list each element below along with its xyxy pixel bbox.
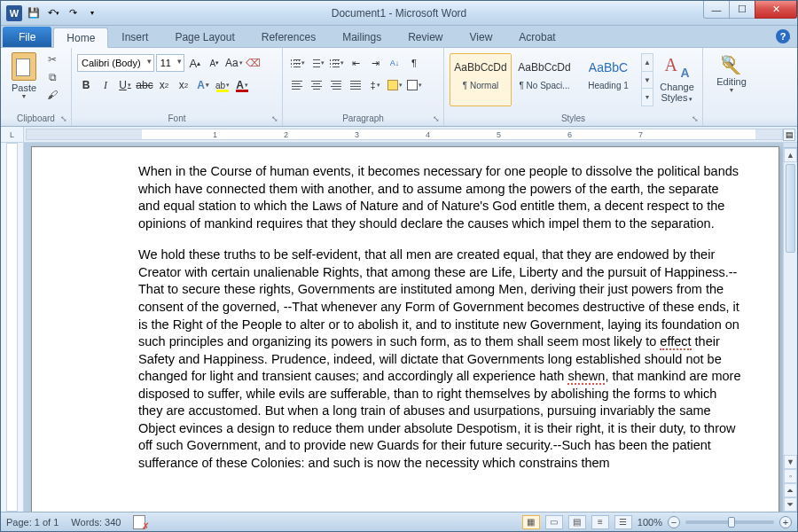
undo-icon[interactable]: ↶▾	[45, 5, 61, 21]
paragraph-launcher-icon[interactable]: ⤡	[431, 113, 442, 124]
tab-review[interactable]: Review	[395, 27, 456, 47]
close-button[interactable]: ✕	[755, 1, 797, 19]
title-bar: W 💾 ↶▾ ↷ ▾ Document1 - Microsoft Word — …	[1, 1, 797, 26]
styles-group-label: Styles	[444, 112, 702, 125]
font-name-combo[interactable]: Calibri (Body)	[77, 54, 154, 72]
document-page[interactable]: When in the Course of human events, it b…	[31, 146, 779, 512]
align-right-icon[interactable]	[327, 76, 345, 94]
vertical-ruler[interactable]	[1, 143, 24, 512]
tab-references[interactable]: References	[248, 27, 329, 47]
bold-button[interactable]: B	[77, 76, 95, 94]
spelling-error[interactable]: effect	[660, 334, 691, 350]
shrink-font-icon[interactable]: A▾	[206, 54, 223, 72]
tab-insert[interactable]: Insert	[108, 27, 161, 47]
vertical-scrollbar[interactable]: ▲ ▼ ◦ ⏶ ⏷	[783, 143, 797, 512]
style-preview: AaBbCcDd	[452, 56, 509, 79]
prev-page-icon[interactable]: ⏶	[784, 483, 797, 497]
copy-icon[interactable]: ⧉	[45, 70, 59, 84]
file-tab[interactable]: File	[3, 27, 51, 47]
help-icon[interactable]: ?	[776, 29, 790, 43]
spelling-error[interactable]: shewn	[567, 369, 605, 385]
view-print-layout-icon[interactable]: ▦	[522, 515, 540, 529]
change-case-icon[interactable]: Aa▾	[225, 54, 243, 72]
scroll-down-icon[interactable]: ▼	[784, 455, 797, 469]
horizontal-ruler[interactable]: 1 2 3 4 5 6 7	[26, 129, 783, 140]
styles-launcher-icon[interactable]: ⤡	[690, 113, 700, 124]
highlight-color-icon[interactable]: ab▾	[214, 76, 231, 94]
editing-label: Editing	[716, 76, 747, 87]
browse-object-icon[interactable]: ◦	[784, 469, 797, 483]
subscript-button[interactable]: x2	[155, 76, 173, 94]
zoom-in-button[interactable]: +	[779, 516, 792, 528]
borders-icon[interactable]: ▾	[405, 76, 423, 94]
increase-indent-icon[interactable]: ⇥	[366, 54, 384, 72]
tab-selector-icon[interactable]: L	[1, 127, 24, 142]
paragraph-2[interactable]: We hold these truths to be self-evident,…	[138, 246, 743, 472]
scroll-thumb[interactable]	[786, 164, 795, 253]
font-launcher-icon[interactable]: ⤡	[270, 113, 280, 124]
align-center-icon[interactable]	[308, 76, 325, 94]
view-draft-icon[interactable]: ☰	[614, 515, 632, 529]
tab-page-layout[interactable]: Page Layout	[161, 27, 247, 47]
decrease-indent-icon[interactable]: ⇤	[347, 54, 364, 72]
next-page-icon[interactable]: ⏷	[784, 497, 797, 512]
strikethrough-button[interactable]: abc	[136, 76, 153, 94]
tab-acrobat[interactable]: Acrobat	[505, 27, 568, 47]
tab-mailings[interactable]: Mailings	[329, 27, 395, 47]
status-words[interactable]: Words: 340	[71, 517, 121, 528]
status-page[interactable]: Page: 1 of 1	[6, 517, 59, 528]
style-heading1[interactable]: AaBbC Heading 1	[577, 53, 639, 106]
sort-icon[interactable]: A↓	[386, 54, 403, 72]
gallery-up-icon[interactable]: ▲	[642, 54, 653, 72]
view-full-reading-icon[interactable]: ▭	[545, 515, 563, 529]
gallery-more-icon[interactable]: ▾	[642, 89, 653, 106]
ruler-num: 3	[355, 130, 359, 139]
style-name-label: ¶ No Spaci...	[516, 81, 573, 90]
save-icon[interactable]: 💾	[26, 5, 42, 21]
line-spacing-icon[interactable]: ‡▾	[366, 76, 384, 94]
view-web-layout-icon[interactable]: ▤	[568, 515, 586, 529]
bullets-icon[interactable]: ▾	[288, 54, 306, 72]
font-color-icon[interactable]: A▾	[233, 76, 251, 94]
align-justify-icon[interactable]	[347, 76, 364, 94]
maximize-button[interactable]: ☐	[729, 1, 755, 19]
zoom-slider[interactable]	[685, 520, 774, 524]
view-outline-icon[interactable]: ≡	[591, 515, 609, 529]
clipboard-launcher-icon[interactable]: ⤡	[59, 113, 69, 124]
clear-format-icon[interactable]: ⌫	[245, 54, 262, 72]
shading-icon[interactable]: ▾	[386, 76, 403, 94]
style-normal[interactable]: AaBbCcDd ¶ Normal	[450, 53, 512, 106]
grow-font-icon[interactable]: A▴	[186, 54, 204, 72]
tab-view[interactable]: View	[457, 27, 506, 47]
format-painter-icon[interactable]: 🖌	[45, 88, 59, 102]
italic-button[interactable]: I	[97, 76, 114, 94]
align-left-icon[interactable]	[288, 76, 306, 94]
ruler-toggle-icon[interactable]: ▤	[783, 129, 795, 141]
zoom-out-button[interactable]: −	[668, 516, 680, 528]
tab-home[interactable]: Home	[53, 27, 108, 48]
proofing-status-icon[interactable]	[133, 515, 147, 529]
underline-button[interactable]: U▾	[116, 76, 134, 94]
scroll-up-icon[interactable]: ▲	[784, 148, 797, 162]
cut-icon[interactable]: ✂	[45, 52, 59, 66]
gallery-scroll[interactable]: ▲ ▼ ▾	[641, 53, 653, 106]
zoom-knob[interactable]	[728, 517, 735, 528]
gallery-down-icon[interactable]: ▼	[642, 72, 653, 90]
text-effects-icon[interactable]: A▾	[194, 76, 212, 94]
zoom-level[interactable]: 100%	[638, 517, 662, 528]
paste-button[interactable]: Paste ▼	[6, 51, 42, 99]
font-size-combo[interactable]: 11	[156, 54, 184, 72]
multilevel-list-icon[interactable]: ▾	[327, 54, 345, 72]
numbering-icon[interactable]: ▾	[308, 54, 325, 72]
minimize-button[interactable]: —	[703, 1, 730, 19]
word-app-icon[interactable]: W	[6, 5, 22, 21]
redo-icon[interactable]: ↷	[65, 5, 81, 21]
style-preview: AaBbCcDd	[516, 56, 573, 79]
qat-customize-icon[interactable]: ▾	[84, 5, 100, 21]
editing-button[interactable]: 🔍 Editing ▼	[708, 53, 755, 93]
paragraph-1[interactable]: When in the Course of human events, it b…	[138, 163, 743, 232]
style-no-spacing[interactable]: AaBbCcDd ¶ No Spaci...	[513, 53, 575, 106]
show-marks-icon[interactable]: ¶	[405, 54, 423, 72]
superscript-button[interactable]: x2	[175, 76, 192, 94]
change-styles-button[interactable]: AA Change Styles ▾	[657, 53, 697, 103]
